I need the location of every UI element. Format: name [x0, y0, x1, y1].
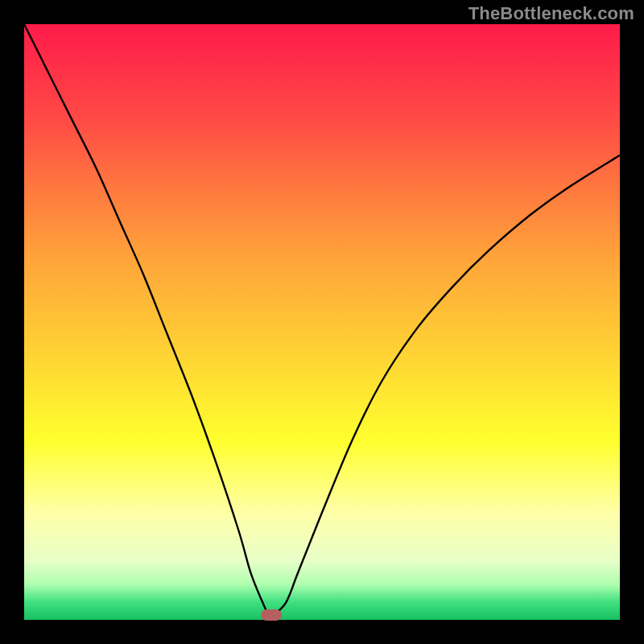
- watermark-text: TheBottleneck.com: [469, 3, 634, 24]
- chart-frame: TheBottleneck.com: [0, 0, 644, 644]
- optimal-marker: [261, 609, 282, 621]
- gradient-plot-area: [24, 24, 620, 620]
